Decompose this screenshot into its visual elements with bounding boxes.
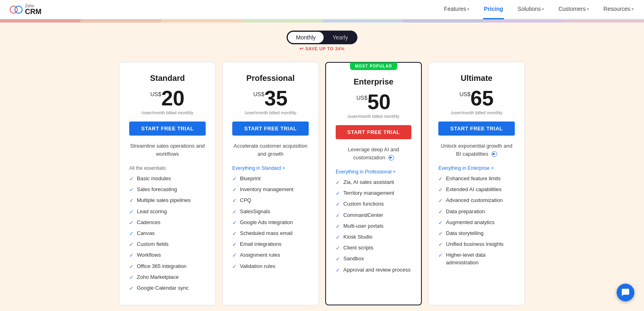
includes-professional: Everything in Standard + <box>232 165 309 171</box>
list-item: ✓Kiosk Studio <box>336 233 411 241</box>
check-icon: ✓ <box>438 230 443 237</box>
plan-card-professional: Professional US$35 /user/month billed mo… <box>222 62 319 305</box>
nav-resources[interactable]: Resources ▾ <box>603 0 634 19</box>
most-popular-badge: MOST POPULAR <box>350 62 397 70</box>
list-item: ✓CommandCenter <box>336 212 411 219</box>
check-icon: ✓ <box>438 252 443 259</box>
check-icon: ✓ <box>336 255 340 263</box>
list-item: ✓Higher-level data administration <box>438 251 515 266</box>
chevron-down-icon: ▾ <box>467 7 469 11</box>
plan-card-ultimate: Ultimate US$65 /user/month billed monthl… <box>428 62 525 305</box>
check-icon: ✓ <box>336 212 340 219</box>
check-icon: ✓ <box>438 186 443 194</box>
check-icon: ✓ <box>336 267 340 274</box>
list-item: ✓Sandbox <box>336 255 411 263</box>
billing-toggle-section: Monthly Yearly ↩ SAVE UP TO 34% <box>0 23 644 56</box>
logo[interactable]: Zoho CRM <box>10 3 41 16</box>
logo-zoho: Zoho <box>25 4 41 8</box>
plan-name-ultimate: Ultimate <box>438 74 515 83</box>
list-item: ✓Extended AI capabilities <box>438 186 515 194</box>
plan-card-enterprise: MOST POPULAR Enterprise US$50 /user/mont… <box>325 62 422 305</box>
plan-price-professional: US$35 <box>232 88 309 109</box>
check-icon: ✓ <box>129 252 134 259</box>
check-icon: ✓ <box>232 219 237 227</box>
currency-ultimate: US$ <box>459 91 470 97</box>
list-item: ✓Scheduled mass email <box>232 230 309 237</box>
check-icon: ✓ <box>438 241 443 248</box>
check-icon: ✓ <box>232 230 237 237</box>
list-item: ✓Data preparation <box>438 208 515 216</box>
list-item: ✓CPQ <box>232 197 309 204</box>
check-icon: ✓ <box>336 245 340 252</box>
info-icon[interactable]: ▶ <box>388 155 394 161</box>
chevron-down-icon: ▾ <box>632 7 634 11</box>
desc-standard: Streamline sales operations and workflow… <box>129 142 206 160</box>
currency-enterprise: US$ <box>356 95 367 101</box>
list-item: ✓Advanced customization <box>438 197 515 204</box>
cta-enterprise[interactable]: START FREE TRIAL <box>336 125 411 139</box>
billing-enterprise: /user/month billed monthly <box>336 114 411 119</box>
amount-professional: 35 <box>264 87 288 110</box>
list-item: ✓Zia, AI sales assistant <box>336 179 411 186</box>
logo-text: Zoho CRM <box>25 4 41 15</box>
amount-enterprise: 50 <box>367 90 391 113</box>
nav-features[interactable]: Features ▾ <box>443 0 470 19</box>
amount-ultimate: 65 <box>471 87 494 110</box>
chevron-down-icon: ▾ <box>542 7 544 11</box>
billing-professional: /user/month billed monthly <box>232 110 309 115</box>
check-icon: ✓ <box>232 263 237 270</box>
list-item: ✓Lead scoring <box>129 208 206 216</box>
nav-customers[interactable]: Customers ▾ <box>557 0 590 19</box>
list-item: ✓Approval and review process <box>336 266 411 274</box>
navbar: Zoho CRM Features ▾ Pricing Solutions ▾ … <box>0 0 644 19</box>
feature-list-enterprise: ✓Zia, AI sales assistant ✓Territory mana… <box>336 179 411 274</box>
list-item: ✓Sales forecasting <box>129 186 206 194</box>
list-item: ✓Cadences <box>129 219 206 227</box>
save-label: ↩ SAVE UP TO 34% <box>299 46 345 51</box>
check-icon: ✓ <box>129 208 134 216</box>
nav-solutions[interactable]: Solutions ▾ <box>517 0 545 19</box>
list-item: ✓Email integrations <box>232 241 309 248</box>
check-icon: ✓ <box>129 197 134 204</box>
cta-standard[interactable]: START FREE TRIAL <box>129 122 206 136</box>
check-icon: ✓ <box>232 208 237 216</box>
pricing-grid: Standard US$20 /user/month billed monthl… <box>101 56 543 311</box>
list-item: ✓SalesSignals <box>232 208 309 216</box>
includes-enterprise: Everything in Professional + <box>336 169 411 175</box>
check-icon: ✓ <box>438 219 443 227</box>
feature-list-ultimate: ✓Enhanced feature limits ✓Extended AI ca… <box>438 175 515 266</box>
billing-ultimate: /user/month billed monthly <box>438 110 515 115</box>
amount-standard: 20 <box>161 87 185 110</box>
list-item: ✓Canvas <box>129 230 206 237</box>
info-icon[interactable]: ▶ <box>491 151 497 157</box>
cta-ultimate[interactable]: START FREE TRIAL <box>438 122 515 136</box>
list-item: ✓Unified business insights <box>438 241 515 248</box>
billing-standard: /user/month billed monthly <box>129 110 206 115</box>
check-icon: ✓ <box>129 285 134 292</box>
desc-enterprise: Leverage deep AI and customization ▶ <box>336 146 411 163</box>
plan-name-professional: Professional <box>232 74 309 83</box>
list-item: ✓Augmented analytics <box>438 219 515 227</box>
chat-bubble[interactable] <box>617 284 634 301</box>
list-item: ✓Google Calendar sync <box>129 284 206 292</box>
nav-pricing[interactable]: Pricing <box>483 0 504 19</box>
list-item: ✓Custom fields <box>129 241 206 248</box>
check-icon: ✓ <box>232 197 237 204</box>
list-item: ✓Custom functions <box>336 200 411 208</box>
plan-name-enterprise: Enterprise <box>336 77 411 87</box>
check-icon: ✓ <box>336 223 340 230</box>
cta-professional[interactable]: START FREE TRIAL <box>232 122 309 136</box>
currency-standard: US$ <box>150 91 161 97</box>
check-icon: ✓ <box>232 241 237 248</box>
list-item: ✓Data storytelling <box>438 230 515 237</box>
check-icon: ✓ <box>438 197 443 204</box>
plan-name-standard: Standard <box>129 74 206 83</box>
list-item: ✓Zoho Marketplace <box>129 274 206 281</box>
check-icon: ✓ <box>129 230 134 237</box>
yearly-toggle-button[interactable]: Yearly <box>324 32 356 43</box>
desc-professional: Accelerate customer acquisition and grow… <box>232 142 309 160</box>
plan-price-ultimate: US$65 <box>438 88 515 109</box>
monthly-toggle-button[interactable]: Monthly <box>288 32 324 43</box>
color-band <box>0 19 644 23</box>
plan-price-enterprise: US$50 <box>336 91 411 112</box>
